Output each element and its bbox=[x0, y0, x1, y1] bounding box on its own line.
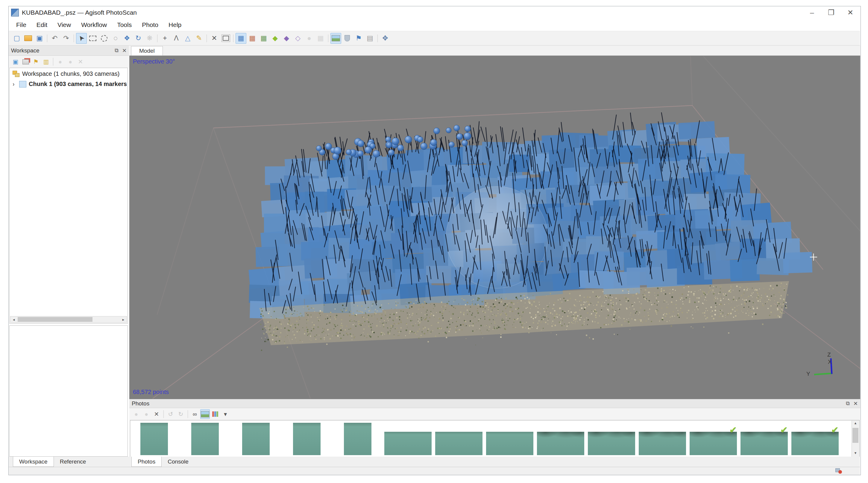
rectangle-selection-button[interactable] bbox=[87, 33, 98, 44]
menu-photo[interactable]: Photo bbox=[137, 21, 163, 28]
dem-button[interactable]: ▤ bbox=[365, 33, 375, 44]
binoculars-button[interactable]: ∞ bbox=[190, 409, 199, 419]
photo-thumbnail[interactable] bbox=[435, 432, 483, 455]
tab-reference[interactable]: Reference bbox=[54, 457, 92, 467]
circle-selection-button[interactable] bbox=[99, 33, 110, 44]
scroll-down-icon[interactable]: ▾ bbox=[852, 451, 859, 457]
maximize-button[interactable]: ❐ bbox=[822, 7, 841, 19]
photo-thumbnail[interactable] bbox=[141, 423, 168, 455]
photo-thumbnail[interactable] bbox=[293, 423, 320, 455]
resize-region-button[interactable] bbox=[220, 33, 231, 44]
menu-help[interactable]: Help bbox=[163, 21, 186, 28]
scroll-up-icon[interactable]: ▴ bbox=[852, 421, 859, 427]
navigation-button[interactable]: ➤ bbox=[76, 33, 87, 44]
photo-thumbnail[interactable] bbox=[344, 423, 371, 455]
workspace-float-button[interactable]: ⧉ bbox=[115, 47, 119, 54]
draw-point-button[interactable]: + bbox=[159, 33, 170, 44]
flag-button[interactable]: ⚑ bbox=[353, 33, 364, 44]
gradual-selection-button[interactable]: ❖ bbox=[122, 33, 132, 44]
tab-model[interactable]: Model bbox=[131, 46, 163, 55]
menu-edit[interactable]: Edit bbox=[31, 21, 52, 28]
network-status-icon bbox=[835, 468, 842, 474]
menu-file[interactable]: File bbox=[11, 21, 31, 28]
scroll-right-icon[interactable]: ▸ bbox=[120, 317, 127, 322]
dense-cloud-button[interactable]: ◆ bbox=[281, 33, 292, 44]
draw-polygon-button[interactable]: △ bbox=[182, 33, 193, 44]
view-details-button[interactable] bbox=[210, 409, 220, 419]
photo-thumbnail[interactable] bbox=[191, 423, 219, 455]
shaded-view-button: ● bbox=[304, 33, 315, 44]
workspace-panel-titlebar: Workspace ⧉ ✕ bbox=[9, 46, 129, 56]
photos-close-button[interactable]: ✕ bbox=[853, 400, 858, 407]
new-project-button[interactable]: ▢ bbox=[11, 33, 22, 44]
open-project-button[interactable] bbox=[23, 33, 33, 44]
chevron-right-icon[interactable]: › bbox=[12, 81, 19, 87]
enable-cameras-button: ● bbox=[55, 57, 65, 66]
tab-console[interactable]: Console bbox=[162, 457, 194, 467]
show-markers-button[interactable]: ▦ bbox=[247, 33, 258, 44]
remove-photo-button[interactable]: ✕ bbox=[152, 409, 161, 419]
disable-photo-button: ● bbox=[142, 409, 151, 419]
photo-thumbnail[interactable] bbox=[588, 432, 635, 455]
move-object-button[interactable]: ✥ bbox=[380, 33, 391, 44]
menu-tools[interactable]: Tools bbox=[112, 21, 137, 28]
tab-photos[interactable]: Photos bbox=[131, 457, 162, 467]
title-bar: KUBADABAD_.psz — Agisoft PhotoScan – ❐ ✕ bbox=[9, 6, 860, 19]
photo-thumbnail[interactable]: ✔ bbox=[741, 432, 788, 455]
thumbnails-vertical-scrollbar[interactable]: ▴ ▾ bbox=[851, 421, 859, 457]
sparse-cloud-button[interactable]: ◆ bbox=[270, 33, 280, 44]
save-button[interactable]: ▣ bbox=[34, 33, 45, 44]
scrollbar-thumb[interactable] bbox=[18, 317, 92, 322]
tab-workspace[interactable]: Workspace bbox=[13, 457, 54, 467]
photos-float-button[interactable]: ⧉ bbox=[846, 400, 850, 407]
menu-view[interactable]: View bbox=[52, 21, 76, 28]
photo-thumbnail[interactable] bbox=[242, 423, 270, 455]
point-count-label: 68,572 points bbox=[133, 389, 169, 396]
freeform-selection-button[interactable]: ◌ bbox=[110, 33, 121, 44]
photo-thumbnail[interactable]: ✔ bbox=[792, 432, 839, 455]
redo-button[interactable]: ↷ bbox=[61, 33, 71, 44]
rotate-view-button[interactable]: ↻ bbox=[133, 33, 144, 44]
photo-thumbnail[interactable] bbox=[537, 432, 584, 455]
add-scale-bar-button[interactable]: ▥ bbox=[41, 57, 51, 66]
add-photos-button[interactable] bbox=[21, 57, 31, 66]
show-cameras-button[interactable]: ▦ bbox=[236, 33, 246, 44]
workspace-horizontal-scrollbar[interactable]: ◂ ▸ bbox=[10, 316, 127, 323]
scroll-left-icon[interactable]: ◂ bbox=[10, 317, 17, 322]
photo-thumbnail[interactable] bbox=[639, 432, 686, 455]
tree-item-chunk1[interactable]: › Chunk 1 (903 cameras, 14 markers, 68,5 bbox=[12, 81, 127, 87]
photo-thumbnail[interactable]: ✔ bbox=[690, 432, 737, 455]
minimize-button[interactable]: – bbox=[802, 7, 822, 19]
add-marker-button[interactable]: ⚑ bbox=[31, 57, 41, 66]
mesh-button[interactable]: ◇ bbox=[292, 33, 303, 44]
toolbar-separator bbox=[233, 34, 234, 42]
workspace-panel-title: Workspace bbox=[11, 47, 39, 54]
photo-thumbnail[interactable] bbox=[384, 432, 432, 455]
menu-workflow[interactable]: Workflow bbox=[76, 21, 112, 28]
photos-tab-group: PhotosConsole bbox=[131, 457, 194, 467]
delete-selection-button[interactable]: ✕ bbox=[209, 33, 220, 44]
show-images-button[interactable]: ▦ bbox=[258, 33, 269, 44]
perspective-label: Perspective 30° bbox=[133, 58, 175, 65]
enable-photo-button: ● bbox=[131, 409, 141, 419]
add-chunk-button[interactable]: ▣ bbox=[11, 57, 20, 66]
wireframe-view-button: ▦ bbox=[315, 33, 326, 44]
close-button[interactable]: ✕ bbox=[841, 7, 860, 19]
dock-tab-group: WorkspaceReference bbox=[13, 457, 92, 467]
draw-polyline-button[interactable]: Λ bbox=[171, 33, 182, 44]
scrollbar-thumb[interactable] bbox=[852, 428, 859, 443]
svg-text:Y: Y bbox=[806, 371, 810, 377]
tree-item-workspace[interactable]: Workspace (1 chunks, 903 cameras) bbox=[12, 70, 126, 77]
view-thumbnails-button[interactable] bbox=[200, 409, 210, 419]
main-toolbar: ▢▣↶↷➤◌❖↻❋+Λ△✎✕▦▦▦◆◆◇●▦⚑▤✥ bbox=[9, 31, 860, 46]
check-icon: ✔ bbox=[780, 425, 788, 435]
ruler-button[interactable]: ✎ bbox=[194, 33, 205, 44]
model-viewport[interactable]: ZXY Perspective 30° 68,572 points bbox=[129, 56, 860, 399]
workspace-close-button[interactable]: ✕ bbox=[122, 47, 127, 54]
bottom-tab-strip: WorkspaceReference PhotosConsole bbox=[9, 457, 860, 467]
shield-button[interactable] bbox=[342, 33, 352, 44]
show-photos-button[interactable] bbox=[331, 33, 341, 44]
undo-button[interactable]: ↶ bbox=[50, 33, 60, 44]
view-mode-caret[interactable]: ▾ bbox=[221, 409, 230, 419]
photo-thumbnail[interactable] bbox=[486, 432, 533, 455]
